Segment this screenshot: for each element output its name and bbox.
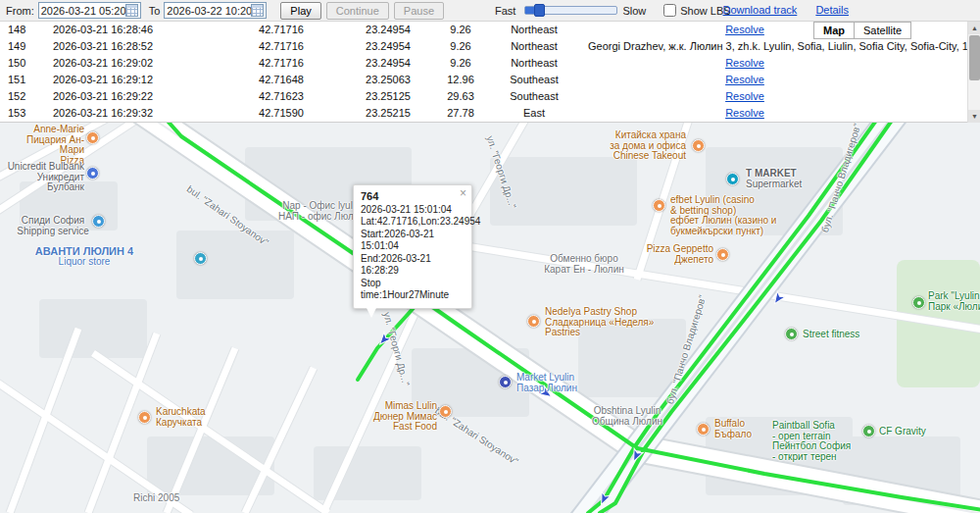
toolbar-links: Download track Details: [707, 4, 849, 16]
info-line-end: End:2026-03-21 16:28:29: [361, 253, 465, 278]
row-speed: 9.26: [441, 55, 480, 72]
fast-label: Fast: [495, 5, 515, 17]
fast-food-icon[interactable]: [439, 405, 452, 418]
poi-label-karuchkata: KaruchkataКаручката: [156, 407, 224, 428]
play-button[interactable]: Play: [280, 2, 320, 20]
row-index: 151: [0, 72, 49, 88]
row-time: 2026-03-21 16:28:46: [49, 22, 157, 38]
poi-label-mimas: Mimas LulinДюнер МимасFast Food: [361, 401, 437, 433]
row-lat: 42.71648: [227, 72, 335, 88]
poi-label-market-lyulin: Market LyulinПазар Люлин: [516, 373, 595, 393]
row-lat: 42.71716: [227, 22, 335, 38]
row-direction: Southeast: [480, 72, 588, 88]
continue-button[interactable]: Continue: [326, 2, 389, 20]
from-date-input[interactable]: [41, 5, 125, 17]
casino-icon[interactable]: [653, 199, 665, 212]
poi-label-richi: Richi 2005: [133, 493, 202, 504]
satellite-button[interactable]: Satellite: [855, 22, 911, 39]
row-index: 153: [0, 105, 49, 122]
restaurant-icon[interactable]: [716, 248, 729, 261]
row-index: 149: [0, 38, 49, 55]
map-canvas[interactable]: bul. "Zahari Stoyanov" bul. "Zahari Stoy…: [0, 123, 980, 513]
row-direction: Northeast: [480, 38, 588, 55]
poi-label-efbet: efbet Lyulin (casino& betting shop)ефбет…: [670, 195, 802, 236]
fitness-icon[interactable]: [785, 328, 798, 340]
row-time: 2026-03-21 16:29:12: [49, 72, 157, 88]
resolve-link[interactable]: Resolve: [725, 107, 764, 119]
row-time: 2026-03-21 16:29:32: [49, 105, 157, 122]
poi-label-anne-marie: Anne-MarieПицария Ан-МариPizza: [2, 125, 84, 166]
table-row[interactable]: 151 2026-03-21 16:29:12 42.71648 23.2506…: [0, 72, 980, 88]
slow-label: Slow: [622, 5, 646, 17]
calendar-icon[interactable]: [251, 4, 264, 17]
info-line-stoptime: Stop time:1Hour27Minute: [361, 278, 465, 302]
table-scrollbar[interactable]: ▲ ▼: [967, 22, 980, 123]
poi-label-t-market: T MARKETSupermarket: [746, 169, 824, 189]
row-direction: Southeast: [480, 88, 588, 105]
row-speed: 27.78: [441, 105, 480, 122]
restaurant-icon[interactable]: [692, 139, 705, 152]
market-icon[interactable]: [499, 376, 512, 388]
from-date-field: [38, 2, 141, 19]
row-index: 152: [0, 88, 49, 105]
slider-handle[interactable]: [534, 4, 545, 17]
row-index: 148: [0, 22, 49, 38]
speed-slider[interactable]: [524, 6, 617, 15]
details-link[interactable]: Details: [815, 4, 849, 16]
pause-button[interactable]: Pause: [394, 2, 444, 20]
row-lat: 42.71623: [227, 88, 335, 105]
row-speed: 29.63: [441, 88, 480, 105]
row-lat: 42.71716: [227, 55, 335, 72]
pastry-shop-icon[interactable]: [527, 315, 540, 328]
scroll-up-icon[interactable]: ▲: [968, 22, 980, 34]
info-window-tail: [367, 308, 376, 318]
shipping-icon[interactable]: [92, 215, 105, 228]
download-track-link[interactable]: Download track: [722, 4, 797, 16]
resolve-link[interactable]: Resolve: [725, 90, 764, 102]
close-icon[interactable]: ×: [460, 187, 466, 199]
resolve-link[interactable]: Resolve: [725, 24, 764, 35]
resolve-link[interactable]: Resolve: [725, 74, 764, 85]
scroll-down-icon[interactable]: ▼: [968, 110, 980, 123]
bank-icon[interactable]: [86, 167, 99, 180]
show-lbs-checkbox[interactable]: [663, 4, 676, 17]
calendar-icon[interactable]: [125, 4, 138, 17]
restaurant-icon[interactable]: [86, 131, 99, 144]
info-line-latlon: Lat:42.71716,Lon:23.24954: [361, 216, 465, 229]
poi-label-geppetto: Pizza GeppettoДжепето: [635, 244, 713, 265]
poi-label-avanti: АВАНТИ ЛЮЛИН 4Liquor store: [24, 246, 145, 267]
supermarket-icon[interactable]: [726, 173, 739, 185]
liquor-store-icon[interactable]: [194, 252, 207, 265]
row-time: 2026-03-21 16:28:52: [49, 38, 157, 55]
table-row[interactable]: 149 2026-03-21 16:28:52 42.71716 23.2495…: [0, 38, 980, 55]
row-lon: 23.25215: [335, 105, 441, 122]
row-lon: 23.25125: [335, 88, 441, 105]
row-lat: 42.71590: [227, 105, 335, 122]
row-lon: 23.25063: [335, 72, 441, 88]
poi-label-nedelya: Nedelya Pastry ShopСладкарница «Неделя»P…: [545, 307, 655, 338]
table-row[interactable]: 152 2026-03-21 16:29:22 42.71623 23.2512…: [0, 88, 980, 105]
info-window-title: 764: [361, 190, 465, 203]
poi-label-buffalo: BuffaloБъфало: [714, 419, 773, 439]
map-type-toggle: Map Satellite: [813, 22, 911, 39]
resolved-address: Georgi Drazhev, ж.к. Люлин 3, zh.k. Lyul…: [588, 38, 980, 55]
table-row[interactable]: 153 2026-03-21 16:29:32 42.71590 23.2521…: [0, 105, 980, 122]
row-speed: 9.26: [441, 38, 480, 55]
row-time: 2026-03-21 16:29:22: [49, 88, 157, 105]
restaurant-icon[interactable]: [697, 423, 710, 436]
row-speed: 9.26: [441, 22, 480, 38]
from-label: From:: [6, 5, 34, 17]
poi-label-street-fitness: Street fitness: [803, 330, 881, 340]
info-line-start: Start:2026-03-21 15:01:04: [361, 229, 465, 253]
park-icon[interactable]: [912, 296, 925, 309]
restaurant-icon[interactable]: [138, 411, 151, 424]
resolve-link[interactable]: Resolve: [725, 57, 764, 69]
map-button[interactable]: Map: [813, 22, 855, 39]
row-time: 2026-03-21 16:29:02: [49, 55, 157, 72]
to-date-field: [164, 2, 267, 19]
poi-label-unicredit: Unicredit BulbankУникредит Булбанк: [2, 162, 84, 193]
scrollbar-thumb[interactable]: [969, 35, 980, 80]
to-date-input[interactable]: [167, 5, 251, 17]
row-lon: 23.24954: [335, 38, 441, 55]
table-row[interactable]: 150 2026-03-21 16:29:02 42.71716 23.2495…: [0, 55, 980, 72]
